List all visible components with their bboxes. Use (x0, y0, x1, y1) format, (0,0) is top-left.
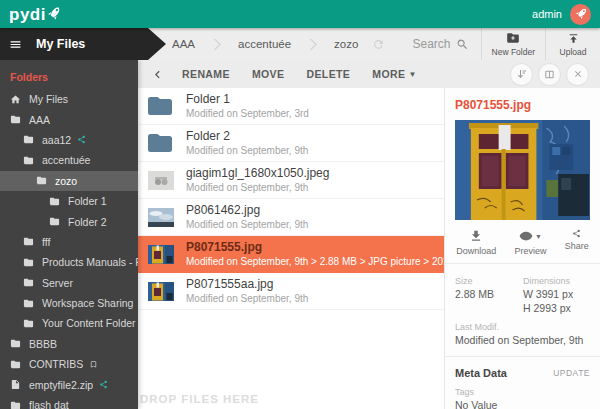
action-label: Download (456, 246, 496, 256)
bookmark-icon (89, 360, 98, 369)
update-button[interactable]: UPDATE (553, 368, 590, 378)
breadcrumb-segment-aaa[interactable]: AAA (172, 38, 195, 50)
top-actions: New Folder Upload (387, 28, 600, 60)
delete-button[interactable]: DELETE (295, 68, 361, 80)
file-row-p8061462-jpg[interactable]: P8061462.jpgModified on September, 9th (138, 199, 444, 236)
chevron-right-icon (208, 36, 225, 53)
sort-button[interactable] (511, 64, 532, 85)
sidebar-item-aaa[interactable]: AAA (0, 109, 138, 129)
toolbar-button-label: MOVE (252, 68, 285, 80)
folder-icon (10, 114, 21, 125)
folder-icon (23, 236, 34, 247)
sidebar-item-label: Server (42, 277, 73, 289)
sidebar-item-label: emptyfile2.zip (29, 379, 93, 391)
new-folder-icon (506, 31, 520, 45)
breadcrumb-segment-accentu-e[interactable]: accentuée (238, 38, 291, 50)
sidebar-item-label: accentuée (42, 154, 90, 166)
download-button[interactable]: Download (456, 229, 496, 256)
username-label[interactable]: admin (532, 8, 562, 20)
upload-icon (567, 32, 580, 45)
refresh-icon[interactable] (372, 38, 385, 51)
folder-icon (10, 400, 21, 409)
file-subtitle: Modified on September, 9th (186, 218, 444, 231)
image-preview[interactable] (455, 120, 590, 220)
topbar-right: admin (532, 4, 591, 25)
search-input[interactable] (399, 37, 451, 51)
sidebar-item-folder-1[interactable]: Folder 1 (0, 191, 138, 211)
sidebar-item-folder-2[interactable]: Folder 2 (0, 211, 138, 231)
file-thumbnail (148, 282, 174, 301)
sidebar-item-accentu-e[interactable]: accentuée (0, 150, 138, 170)
tags-label: Tags (455, 387, 590, 397)
move-button[interactable]: MOVE (241, 68, 296, 80)
sidebar-item-label: Folder 1 (68, 195, 107, 207)
pydio-logo[interactable]: pydi (9, 6, 61, 23)
folder-icon (10, 359, 21, 370)
sidebar-item-label: BBBB (29, 338, 57, 350)
sidebar-item-your-content-folder[interactable]: Your Content Folder (0, 313, 138, 333)
file-row-giagim1gl-1680x1050-jpeg[interactable]: giagim1gl_1680x1050.jpegModified on Sept… (138, 162, 444, 199)
share-icon (99, 380, 108, 389)
dimension-height: H 2993 px (523, 302, 573, 314)
file-thumbnail (148, 171, 174, 190)
sidebar-item-bbbb[interactable]: BBBB (0, 334, 138, 354)
meta-data-section: Meta Data UPDATE Tags No Value (445, 357, 600, 409)
rename-button[interactable]: RENAME (171, 68, 241, 80)
new-folder-button[interactable]: New Folder (482, 28, 545, 60)
columns-button[interactable] (539, 64, 560, 85)
file-subtitle: Modified on September, 9th (186, 292, 444, 305)
more-button[interactable]: MORE▼ (361, 68, 427, 80)
sidebar-item-label: zozo (55, 175, 77, 187)
pydio-app: pydi admin AAAaccentuéezozo New Folder U… (0, 0, 600, 409)
upload-button[interactable]: Upload (546, 28, 600, 60)
tags-value: No Value (455, 399, 590, 409)
sidebar-item-workspace-sharing[interactable]: Workspace Sharing (0, 293, 138, 313)
toolbar-button-label: RENAME (182, 68, 230, 80)
file-name: Folder 1 (186, 92, 444, 108)
folder-icon (23, 134, 34, 145)
toolbar-buttons: RENAMEMOVEDELETEMORE▼ (171, 68, 428, 80)
sidebar-item-label: Workspace Sharing (42, 297, 133, 309)
back-icon[interactable] (150, 67, 165, 82)
sidebar-item-products-manuals-pdf[interactable]: Products Manuals - PDF (0, 252, 138, 272)
sidebar-item-fff[interactable]: fff (0, 232, 138, 252)
file-row-folder-1[interactable]: Folder 1Modified on September, 3rd (138, 88, 444, 125)
search-box[interactable] (387, 28, 481, 60)
dimensions-label: Dimensions (523, 276, 573, 286)
sidebar-item-server[interactable]: Server (0, 273, 138, 293)
sidebar-item-aaa12[interactable]: aaa12 (0, 130, 138, 150)
folder-icon (23, 277, 34, 288)
file-row-p8071555-jpg[interactable]: P8071555.jpgModified on September, 9th >… (138, 236, 444, 273)
sidebar-item-emptyfile2-zip[interactable]: emptyfile2.zip (0, 374, 138, 394)
menu-icon[interactable] (9, 38, 22, 51)
folder-icon (23, 257, 34, 268)
upload-label: Upload (560, 47, 587, 57)
breadcrumb-segment-zozo[interactable]: zozo (334, 38, 358, 50)
caret-down-icon: ▼ (535, 233, 542, 240)
sidebar-item-flash-dat[interactable]: flash dat (0, 395, 138, 409)
details-title: P8071555.jpg (445, 88, 600, 120)
folder-icon (49, 196, 60, 207)
folder-icon (10, 338, 21, 349)
sidebar-item-contribs[interactable]: CONTRIBS (0, 354, 138, 374)
close-button[interactable] (567, 64, 588, 85)
logo-text: pydi (9, 6, 46, 23)
file-row-folder-2[interactable]: Folder 2Modified on September, 9th (138, 125, 444, 162)
sidebar-item-my-files[interactable]: My Files (0, 89, 138, 109)
folder-tree: My FilesAAAaaa12accentuéezozoFolder 1Fol… (0, 89, 138, 409)
folder-icon (23, 298, 34, 309)
sidebar-item-label: flash dat (29, 399, 69, 409)
sidebar-item-label: CONTRIBS (29, 358, 83, 370)
file-subtitle: Modified on September, 9th (186, 181, 444, 194)
action-label: Share (565, 241, 589, 251)
size-label: Size (455, 276, 523, 286)
file-row-p8071555aa-jpg[interactable]: P8071555aa.jpgModified on September, 9th (138, 273, 444, 310)
share-button[interactable]: Share (565, 229, 589, 256)
toolbar-button-label: MORE (372, 68, 405, 80)
preview-button[interactable]: ▼Preview (514, 229, 546, 256)
workspace-title[interactable]: My Files (36, 37, 85, 51)
sidebar-item-zozo[interactable]: zozo (0, 171, 138, 191)
chevron-right-icon (304, 36, 321, 53)
file-subtitle: Modified on September, 9th > 2.88 MB > J… (186, 255, 444, 268)
avatar[interactable] (570, 4, 591, 25)
